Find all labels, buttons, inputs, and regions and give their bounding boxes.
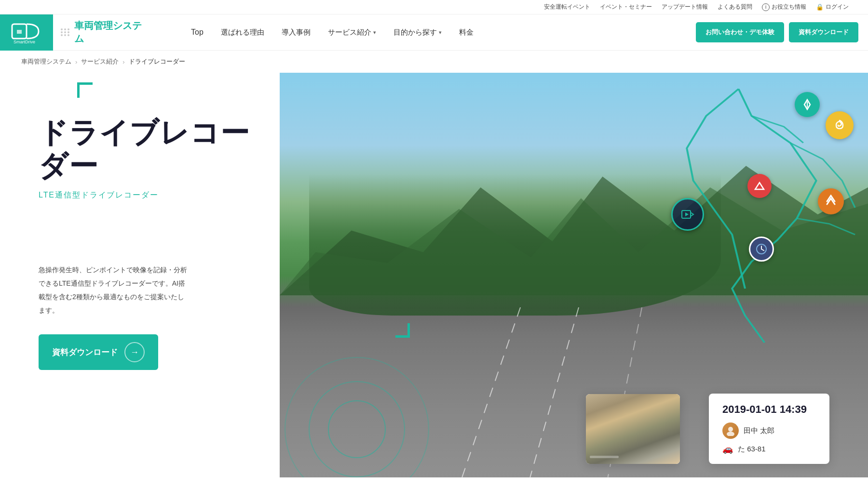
corner-bracket-br (395, 323, 410, 338)
chevron-down-icon2: ▾ (439, 29, 442, 36)
car-icon: 🚗 (722, 444, 733, 454)
nav-cases[interactable]: 導入事例 (274, 24, 318, 41)
breadcrumb-current: ドライブレコーダー (129, 57, 185, 66)
thumbnail-card (586, 394, 680, 464)
top-nav-event[interactable]: イベント・セミナー (600, 3, 652, 11)
hero-subtitle: LTE通信型ドライブレコーダー (39, 190, 260, 200)
map-icon-video (671, 198, 704, 231)
hero-description: 急操作発生時、ピンポイントで映像を記録・分析できるLTE通信型ドライブレコーダー… (39, 263, 188, 317)
map-connector-lines (544, 73, 868, 396)
nav-reason[interactable]: 選ばれる理由 (213, 24, 272, 41)
hero-left: ドライブレコーダー LTE通信型ドライブレコーダー 急操作発生時、ピンポイントで… (0, 73, 280, 477)
driver-name: 田中 太郎 (744, 426, 774, 435)
top-nav-anzen[interactable]: 安全運転イベント (544, 3, 590, 11)
hero-title: ドライブレコーダー (39, 116, 260, 183)
top-nav-update[interactable]: アップデート情報 (662, 3, 708, 11)
chevron-down-icon: ▾ (373, 29, 376, 36)
arrow-circle-icon: → (124, 342, 145, 362)
breadcrumb-services[interactable]: サービス紹介 (81, 57, 119, 66)
map-icon-red (747, 174, 772, 198)
main-nav: Top 選ばれる理由 導入事例 サービス紹介 ▾ 目的から探す ▾ 料金 (145, 24, 696, 41)
top-nav-login[interactable]: 🔒 ログイン (816, 3, 849, 11)
map-icon-yellow (826, 111, 854, 139)
info-card-vehicle-row: 🚗 た 63-81 (722, 444, 816, 454)
grid-icon (61, 28, 69, 36)
nav-services[interactable]: サービス紹介 ▾ (320, 24, 384, 41)
nav-price[interactable]: 料金 (451, 24, 481, 41)
svg-point-15 (727, 432, 734, 436)
hero-section: ドライブレコーダー LTE通信型ドライブレコーダー 急操作発生時、ピンポイントで… (0, 73, 868, 477)
info-icon: i (762, 3, 770, 11)
info-card: 2019-01-01 14:39 田中 太郎 🚗 た 63-81 (709, 394, 829, 464)
header-main: SmartDrive 車両管理システム Top 選ばれる理由 導入事例 サービス… (0, 14, 868, 51)
map-icon-timer (749, 237, 774, 262)
top-nav-oyakudachi[interactable]: i お役立ち情報 (762, 3, 806, 11)
corner-bracket-tl (77, 82, 93, 98)
header-top-bar: 安全運転イベント イベント・セミナー アップデート情報 よくある質問 i お役立… (0, 0, 868, 14)
nav-top[interactable]: Top (183, 24, 211, 40)
svg-text:SmartDrive: SmartDrive (14, 40, 35, 44)
breadcrumb-sep1: › (75, 58, 77, 66)
download-button-label: 資料ダウンロード (52, 347, 118, 358)
svg-marker-13 (685, 212, 689, 216)
breadcrumb-sep2: › (122, 58, 124, 66)
info-card-datetime: 2019-01-01 14:39 (722, 403, 816, 416)
map-icon-orange (818, 188, 844, 214)
smartdrive-logo-icon: SmartDrive (10, 20, 43, 44)
site-title: 車両管理システム (74, 19, 145, 45)
nav-purpose[interactable]: 目的から探す ▾ (386, 24, 449, 41)
driver-avatar (722, 422, 739, 439)
hero-download-button[interactable]: 資料ダウンロード → (39, 334, 158, 370)
cta-download-button[interactable]: 資料ダウンロード (789, 22, 858, 42)
breadcrumb: 車両管理システム › サービス紹介 › ドライブレコーダー (0, 51, 868, 73)
svg-line-11 (761, 249, 764, 251)
lock-icon: 🔒 (816, 3, 824, 11)
info-card-driver-row: 田中 太郎 (722, 422, 816, 439)
svg-line-4 (462, 307, 520, 477)
svg-marker-8 (755, 183, 764, 189)
hero-right: 2019-01-01 14:39 田中 太郎 🚗 た 63-81 (280, 73, 868, 477)
logo-box: SmartDrive (0, 14, 53, 51)
svg-point-14 (728, 427, 733, 432)
cta-demo-button[interactable]: お問い合わせ・デモ体験 (696, 22, 784, 42)
vehicle-number: た 63-81 (738, 445, 766, 454)
ripple-circle-3 (328, 400, 386, 458)
map-icon-road (795, 92, 820, 117)
breadcrumb-home[interactable]: 車両管理システム (21, 57, 71, 66)
logo-area[interactable]: SmartDrive 車両管理システム (0, 14, 145, 51)
top-nav-faq[interactable]: よくある質問 (718, 3, 752, 11)
